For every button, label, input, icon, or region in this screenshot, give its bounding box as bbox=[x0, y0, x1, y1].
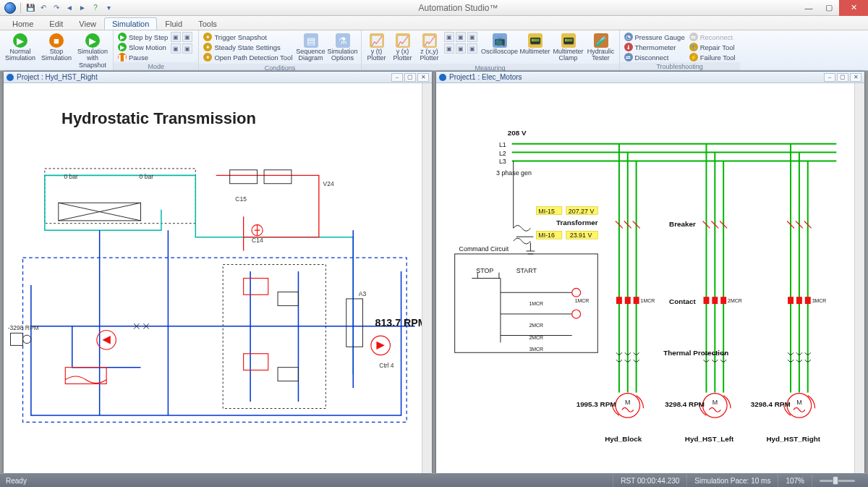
pane-right-title: Project1 : Elec_Motors bbox=[449, 73, 522, 81]
ribbon-tabs: Home Edit View Simulation Fluid Tools bbox=[0, 16, 868, 30]
sequence-diagram-button[interactable]: ▤SequenceDiagram bbox=[296, 32, 326, 64]
tab-fluid[interactable]: Fluid bbox=[157, 17, 190, 30]
tab-edit[interactable]: Edit bbox=[41, 17, 71, 30]
minimize-button[interactable]: — bbox=[799, 0, 819, 16]
close-button[interactable]: ✕ bbox=[839, 0, 868, 16]
steady-state-button[interactable]: ✦Steady State Settings bbox=[202, 42, 294, 52]
pane-left-close-button[interactable]: ✕ bbox=[417, 73, 429, 82]
svg-text:M: M bbox=[712, 399, 718, 406]
svg-text:Hyd_HST_Left: Hyd_HST_Left bbox=[685, 435, 734, 443]
plotter-zxy-button[interactable]: 📈z (x,y)Plotter bbox=[417, 32, 443, 64]
svg-rect-46 bbox=[704, 297, 710, 304]
svg-point-76 bbox=[572, 310, 581, 318]
svg-text:Contact: Contact bbox=[669, 297, 696, 305]
pane-right: Project1 : Elec_Motors – ▢ ✕ 208 V L1 L2… bbox=[435, 71, 865, 474]
pane-left-min-button[interactable]: – bbox=[391, 73, 403, 82]
pane-right-close-button[interactable]: ✕ bbox=[850, 73, 861, 82]
status-slider[interactable] bbox=[812, 474, 862, 487]
svg-rect-0 bbox=[23, 258, 407, 422]
svg-text:V24: V24 bbox=[323, 180, 334, 187]
canvas-left[interactable]: Hydrostatic Transmission bbox=[4, 83, 422, 473]
mode-icon-2[interactable]: ▣ bbox=[182, 32, 192, 42]
trigger-snapshot-button[interactable]: ✦Trigger Snapshot bbox=[202, 32, 294, 42]
open-path-button[interactable]: ✦Open Path Detection Tool bbox=[202, 52, 294, 62]
sim-snapshot-button[interactable]: ▶Simulationwith Snapshot bbox=[75, 32, 110, 70]
pane-right-icon bbox=[439, 74, 446, 81]
scrollbar-right[interactable] bbox=[854, 83, 864, 473]
svg-text:3MCR: 3MCR bbox=[812, 298, 827, 303]
meas-icon-5[interactable]: ▣ bbox=[456, 43, 466, 54]
svg-text:C14: C14 bbox=[252, 237, 263, 244]
sim-options-button[interactable]: ⚗SimulationOptions bbox=[328, 32, 358, 64]
svg-text:208 V: 208 V bbox=[508, 129, 527, 137]
tab-simulation[interactable]: Simulation bbox=[104, 17, 157, 30]
app-logo[interactable] bbox=[4, 2, 16, 14]
tab-view[interactable]: View bbox=[71, 17, 104, 30]
meas-icon-4[interactable]: ▣ bbox=[444, 43, 454, 54]
qat-dropdown-icon[interactable]: ▾ bbox=[103, 3, 114, 13]
slow-button[interactable]: ▶Slow Motion bbox=[116, 42, 169, 52]
multimeter-button[interactable]: 📟Multimeter bbox=[519, 32, 551, 56]
svg-text:3MCR: 3MCR bbox=[529, 347, 543, 352]
repair-tool-button[interactable]: 🔧Repair Tool bbox=[688, 42, 737, 52]
measuring-icons[interactable]: ▣▣▣ ▣▣▣ bbox=[444, 32, 480, 54]
pressure-gauge-button[interactable]: ◔Pressure Gauge bbox=[623, 32, 686, 42]
step-button[interactable]: ▶Step by Step bbox=[116, 32, 169, 42]
group-trouble-label: Troubleshooting bbox=[620, 62, 740, 71]
svg-text:START: START bbox=[516, 267, 537, 274]
plotter-yx-button[interactable]: 📈y (x)Plotter bbox=[391, 32, 415, 64]
canvas-right[interactable]: 208 V L1 L2 L3 3 phase gen 1MCRM2MCRM3MC… bbox=[436, 83, 854, 473]
scrollbar-left[interactable] bbox=[422, 83, 432, 473]
svg-rect-9 bbox=[278, 292, 298, 305]
pane-right-max-button[interactable]: ▢ bbox=[837, 73, 848, 82]
svg-text:23.91 V: 23.91 V bbox=[570, 232, 592, 239]
svg-rect-7 bbox=[244, 279, 268, 295]
meas-icon-6[interactable]: ▣ bbox=[467, 43, 477, 54]
schem-title: Hydrostatic Transmission bbox=[61, 109, 256, 128]
pane-left-max-button[interactable]: ▢ bbox=[404, 73, 416, 82]
tab-tools[interactable]: Tools bbox=[190, 17, 225, 30]
reconnect-button[interactable]: ⇆Reconnect bbox=[688, 32, 737, 42]
ribbon: ▶NormalSimulation ■StopSimulation ▶Simul… bbox=[0, 30, 868, 71]
mode-icons[interactable]: ▣ ▣ ▣ ▣ bbox=[171, 32, 195, 54]
thermometer-button[interactable]: 🌡Thermometer bbox=[623, 42, 686, 52]
pane-right-min-button[interactable]: – bbox=[824, 73, 835, 82]
qat-fwd-icon[interactable]: ► bbox=[77, 3, 88, 13]
svg-text:Breaker: Breaker bbox=[669, 220, 696, 228]
svg-rect-10 bbox=[278, 368, 298, 381]
pause-button[interactable]: ❚❚Pause bbox=[116, 52, 169, 62]
svg-text:L3: L3 bbox=[499, 158, 506, 165]
svg-text:Hyd_HST_Right: Hyd_HST_Right bbox=[766, 435, 820, 443]
svg-text:1MCR: 1MCR bbox=[529, 301, 543, 306]
svg-rect-24 bbox=[10, 333, 22, 345]
svg-text:3 phase
gen: 3 phase gen bbox=[496, 169, 532, 177]
plotter-yt-button[interactable]: 📈y (t)Plotter bbox=[365, 32, 389, 64]
oscilloscope-button[interactable]: 📺Oscilloscope bbox=[482, 32, 518, 56]
mode-icon-1[interactable]: ▣ bbox=[171, 32, 181, 42]
svg-text:L2: L2 bbox=[499, 150, 506, 157]
status-zoom[interactable]: 107% bbox=[778, 474, 812, 487]
meas-icon-2[interactable]: ▣ bbox=[456, 32, 466, 42]
mode-icon-3[interactable]: ▣ bbox=[171, 43, 181, 54]
status-rst: RST 00:00:44.230 bbox=[613, 474, 686, 487]
normal-sim-button[interactable]: ▶NormalSimulation bbox=[3, 32, 38, 64]
statusbar: Ready RST 00:00:44.230 Simulation Pace: … bbox=[0, 474, 868, 487]
maximize-button[interactable]: ▢ bbox=[819, 0, 839, 16]
tab-home[interactable]: Home bbox=[4, 17, 41, 30]
multimeter-clamp-button[interactable]: 📟MultimeterClamp bbox=[553, 32, 584, 64]
disconnect-button[interactable]: ⇄Disconnect bbox=[623, 52, 686, 62]
qat-undo-icon[interactable]: ↶ bbox=[38, 3, 48, 13]
meas-icon-1[interactable]: ▣ bbox=[444, 32, 454, 42]
svg-rect-55 bbox=[788, 297, 793, 304]
failure-tool-button[interactable]: ⚡Failure Tool bbox=[688, 52, 737, 62]
qat-help-icon[interactable]: ? bbox=[90, 3, 101, 13]
qat-redo-icon[interactable]: ↷ bbox=[51, 3, 61, 13]
meas-icon-3[interactable]: ▣ bbox=[467, 32, 477, 42]
qat-back-icon[interactable]: ◄ bbox=[64, 3, 75, 13]
qat-save-icon[interactable]: 💾 bbox=[25, 3, 35, 13]
svg-rect-47 bbox=[712, 297, 718, 304]
svg-text:L1: L1 bbox=[499, 141, 506, 148]
hydraulic-tester-button[interactable]: 🧪HydraulicTester bbox=[586, 32, 616, 64]
stop-sim-button[interactable]: ■StopSimulation bbox=[39, 32, 74, 64]
mode-icon-4[interactable]: ▣ bbox=[182, 43, 192, 54]
